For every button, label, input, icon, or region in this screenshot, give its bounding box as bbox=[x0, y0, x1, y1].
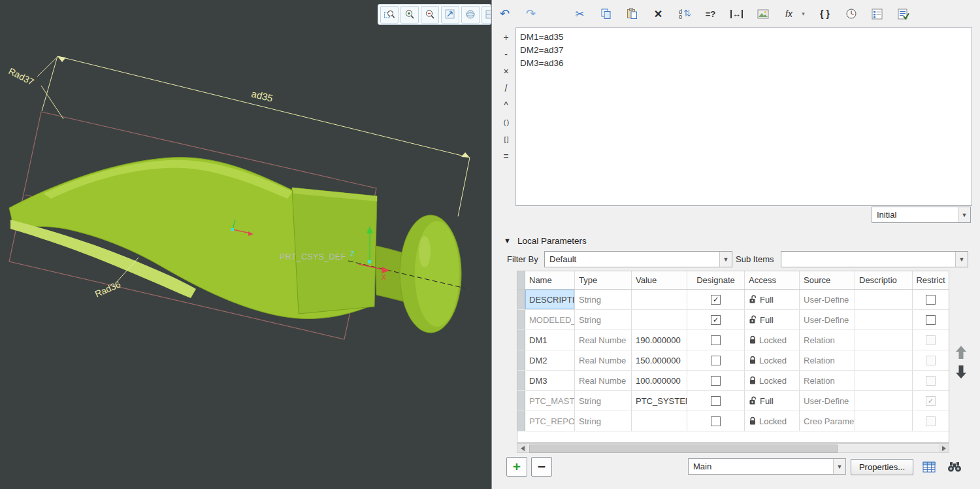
csys-origin[interactable] bbox=[368, 260, 371, 263]
function-list-dropdown-icon[interactable]: ▾ bbox=[799, 5, 808, 23]
param-type-cell[interactable]: String bbox=[575, 290, 632, 309]
checkbox[interactable] bbox=[926, 315, 936, 325]
move-down-icon[interactable] bbox=[954, 364, 968, 380]
param-description-cell[interactable] bbox=[855, 330, 913, 350]
chevron-down-icon[interactable]: ▼ bbox=[719, 252, 732, 267]
orientation-icon[interactable] bbox=[461, 6, 480, 24]
group-dropdown[interactable]: Main ▼ bbox=[688, 458, 846, 475]
param-source-cell[interactable]: User-Define bbox=[800, 290, 855, 309]
parameters-table[interactable]: NameTypeValueDesignateAccessSourceDescri… bbox=[517, 271, 949, 443]
param-type-cell[interactable]: String bbox=[575, 391, 632, 411]
param-restrict-cell[interactable]: ✓ bbox=[913, 391, 949, 411]
param-access-cell[interactable]: Full bbox=[745, 391, 800, 411]
param-description-cell[interactable] bbox=[855, 371, 913, 390]
param-type-cell[interactable]: String bbox=[575, 411, 632, 431]
param-designate-cell[interactable]: ✓ bbox=[687, 310, 745, 329]
param-row[interactable]: DM1Real Numbe190.000000LockedRelation bbox=[517, 330, 949, 350]
filter-by-dropdown[interactable]: Default ▼ bbox=[544, 251, 732, 267]
param-restrict-cell[interactable] bbox=[913, 411, 949, 431]
operator-button[interactable]: + bbox=[497, 29, 515, 46]
3d-model-canvas[interactable]: Rad37 ad35 Rad36 PRT_CSYS_DEF Z X bbox=[0, 0, 491, 489]
param-type-cell[interactable]: Real Numbe bbox=[575, 350, 632, 370]
row-gutter[interactable] bbox=[517, 391, 525, 411]
operator-button[interactable]: = bbox=[497, 148, 515, 165]
param-source-cell[interactable]: Creo Parame bbox=[800, 411, 855, 431]
row-gutter[interactable] bbox=[517, 371, 525, 390]
operator-button[interactable]: ( ) bbox=[497, 114, 515, 131]
remove-parameter-button[interactable]: − bbox=[531, 457, 552, 477]
checkbox[interactable] bbox=[711, 396, 721, 406]
param-access-cell[interactable]: Locked bbox=[745, 350, 800, 370]
param-source-cell[interactable]: Relation bbox=[800, 371, 855, 390]
redo-icon[interactable]: ↷ bbox=[522, 5, 540, 23]
row-gutter[interactable] bbox=[517, 411, 525, 431]
param-designate-cell[interactable]: ✓ bbox=[687, 290, 745, 309]
local-parameters-header[interactable]: ▼ Local Parameters bbox=[504, 234, 587, 247]
operator-button[interactable]: × bbox=[497, 63, 515, 80]
param-value-cell[interactable] bbox=[632, 411, 687, 431]
param-type-cell[interactable]: String bbox=[575, 310, 632, 329]
param-row[interactable]: PTC_REPORTStringLockedCreo Parame bbox=[517, 411, 949, 431]
fit-width-icon[interactable]: ↔ bbox=[728, 5, 745, 23]
param-name-cell[interactable]: MODELED_B bbox=[525, 310, 575, 329]
param-description-cell[interactable] bbox=[855, 290, 913, 309]
zoom-in-icon[interactable] bbox=[400, 6, 419, 24]
sort-lines-icon[interactable]: d0 bbox=[676, 5, 693, 23]
param-value-cell[interactable] bbox=[632, 310, 687, 329]
param-value-cell[interactable]: 190.000000 bbox=[632, 330, 687, 350]
collapse-triangle-icon[interactable]: ▼ bbox=[504, 237, 511, 244]
zoom-out-icon[interactable] bbox=[421, 6, 439, 24]
chevron-down-icon[interactable]: ▼ bbox=[955, 252, 968, 267]
column-header-source[interactable]: Source bbox=[800, 271, 855, 289]
row-gutter[interactable] bbox=[517, 310, 525, 329]
param-name-cell[interactable]: PTC_MASTE bbox=[525, 391, 575, 411]
param-designate-cell[interactable] bbox=[687, 330, 745, 350]
param-type-cell[interactable]: Real Numbe bbox=[575, 371, 632, 390]
report-icon[interactable] bbox=[868, 5, 886, 23]
revision-dropdown[interactable]: Initial ▼ bbox=[872, 207, 971, 223]
param-name-cell[interactable]: DESCRIPTIO bbox=[525, 290, 575, 309]
3d-viewport[interactable]: Rad37 ad35 Rad36 PRT_CSYS_DEF Z X bbox=[0, 0, 491, 489]
scroll-right-icon[interactable] bbox=[939, 444, 949, 452]
param-type-cell[interactable]: Real Numbe bbox=[575, 330, 632, 350]
dim-ad35[interactable]: ad35 bbox=[250, 88, 274, 104]
param-row[interactable]: PTC_MASTEStringPTC_SYSTEMFullUser-Define… bbox=[517, 391, 949, 411]
add-parameter-button[interactable]: + bbox=[506, 457, 527, 477]
param-row[interactable]: DM3Real Numbe100.000000LockedRelation bbox=[517, 371, 949, 391]
param-value-cell[interactable]: PTC_SYSTEM bbox=[632, 391, 687, 411]
insert-image-icon[interactable] bbox=[754, 5, 772, 23]
copy-icon[interactable] bbox=[597, 5, 615, 23]
column-header-access[interactable]: Access bbox=[745, 271, 800, 289]
relation-line[interactable]: DM1=ad35 bbox=[520, 31, 972, 44]
paste-icon[interactable] bbox=[623, 5, 641, 23]
param-source-cell[interactable]: User-Define bbox=[800, 310, 855, 329]
param-designate-cell[interactable] bbox=[687, 411, 745, 431]
scrollbar-thumb[interactable] bbox=[529, 445, 838, 453]
param-description-cell[interactable] bbox=[855, 391, 913, 411]
param-restrict-cell[interactable] bbox=[913, 290, 949, 309]
datetime-icon[interactable] bbox=[842, 5, 860, 23]
param-restrict-cell[interactable] bbox=[913, 330, 949, 350]
column-header-descriptio[interactable]: Descriptio bbox=[855, 271, 913, 289]
column-header-designate[interactable]: Designate bbox=[687, 271, 745, 289]
check-syntax-icon[interactable] bbox=[894, 5, 912, 23]
find-binoculars-icon[interactable] bbox=[942, 458, 967, 476]
column-header-restrict[interactable]: Restrict bbox=[913, 271, 949, 289]
param-description-cell[interactable] bbox=[855, 310, 913, 329]
csys-label[interactable]: PRT_CSYS_DEF bbox=[280, 252, 346, 261]
param-access-cell[interactable]: Locked bbox=[745, 371, 800, 390]
column-header-type[interactable]: Type bbox=[575, 271, 632, 289]
param-restrict-cell[interactable] bbox=[913, 310, 949, 329]
param-restrict-cell[interactable] bbox=[913, 350, 949, 370]
table-view-icon[interactable] bbox=[919, 458, 939, 476]
move-up-icon[interactable] bbox=[954, 345, 968, 360]
param-access-cell[interactable]: Full bbox=[745, 310, 800, 329]
param-name-cell[interactable]: DM1 bbox=[525, 330, 575, 350]
chevron-down-icon[interactable]: ▼ bbox=[958, 207, 970, 222]
horizontal-scrollbar[interactable] bbox=[517, 443, 949, 453]
param-access-cell[interactable]: Locked bbox=[745, 330, 800, 350]
relations-editor[interactable]: DM1=ad35DM2=ad37DM3=ad36 bbox=[515, 27, 972, 206]
param-name-cell[interactable]: DM2 bbox=[525, 350, 575, 370]
param-value-cell[interactable]: 150.000000 bbox=[632, 350, 687, 370]
param-description-cell[interactable] bbox=[855, 411, 913, 431]
